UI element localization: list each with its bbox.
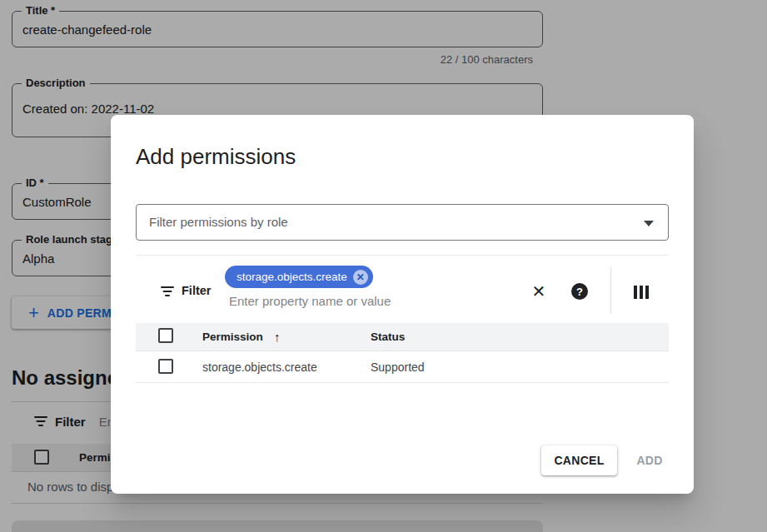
add-button[interactable]: ADD <box>620 445 679 475</box>
row-checkbox[interactable] <box>158 359 173 374</box>
permission-column-header[interactable]: Permission <box>202 331 263 343</box>
dialog-filter-toolbar: Filter storage.objects.create ✕ ✕ ? <box>136 255 669 323</box>
sort-ascending-icon[interactable]: ↑ <box>274 330 281 344</box>
toolbar-divider <box>610 267 611 314</box>
table-row[interactable]: storage.objects.create Supported <box>136 352 669 383</box>
page: Title * create-changefeed-role 22 / 100 … <box>0 0 767 532</box>
permission-cell: storage.objects.create <box>202 360 317 374</box>
filter-permissions-by-role-select[interactable]: Filter permissions by role <box>136 204 669 241</box>
dialog-filter-input[interactable] <box>229 294 462 308</box>
status-column-header[interactable]: Status <box>371 331 405 343</box>
filter-chip[interactable]: storage.objects.create ✕ <box>225 266 373 288</box>
dialog-table-header: Permission ↑ Status <box>136 323 669 351</box>
filter-label: Filter <box>182 284 211 297</box>
clear-filters-icon[interactable]: ✕ <box>528 281 550 302</box>
filter-icon <box>160 286 175 298</box>
cancel-button[interactable]: CANCEL <box>541 445 617 475</box>
filter-chip-label: storage.objects.create <box>237 271 347 283</box>
help-icon[interactable]: ? <box>571 283 588 300</box>
chevron-down-icon <box>644 221 654 226</box>
role-select-placeholder: Filter permissions by role <box>149 215 288 229</box>
status-cell: Supported <box>371 360 425 374</box>
cancel-button-label: CANCEL <box>554 454 604 467</box>
add-button-label: ADD <box>636 454 662 467</box>
chip-remove-icon[interactable]: ✕ <box>353 270 368 285</box>
select-all-checkbox[interactable] <box>158 328 173 343</box>
column-display-options-icon[interactable] <box>630 281 652 303</box>
dialog-title: Add permissions <box>136 144 296 170</box>
add-permissions-dialog: Add permissions Filter permissions by ro… <box>111 115 694 494</box>
